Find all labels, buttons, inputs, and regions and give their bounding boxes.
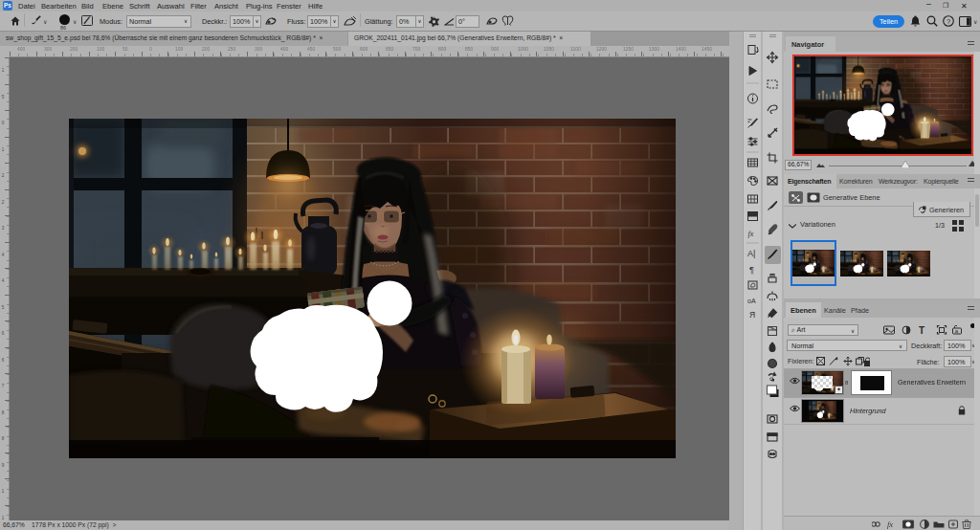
svg-text:fx: fx (748, 230, 754, 238)
svg-text:A|: A| (747, 249, 755, 258)
svg-text:?: ? (947, 17, 950, 26)
svg-text:fx: fx (887, 519, 893, 529)
svg-text:T: T (919, 325, 924, 335)
svg-text:oA: oA (747, 298, 756, 304)
svg-text:Я: Я (749, 310, 755, 320)
svg-text:¶: ¶ (749, 265, 754, 275)
svg-text:a: a (955, 328, 959, 334)
